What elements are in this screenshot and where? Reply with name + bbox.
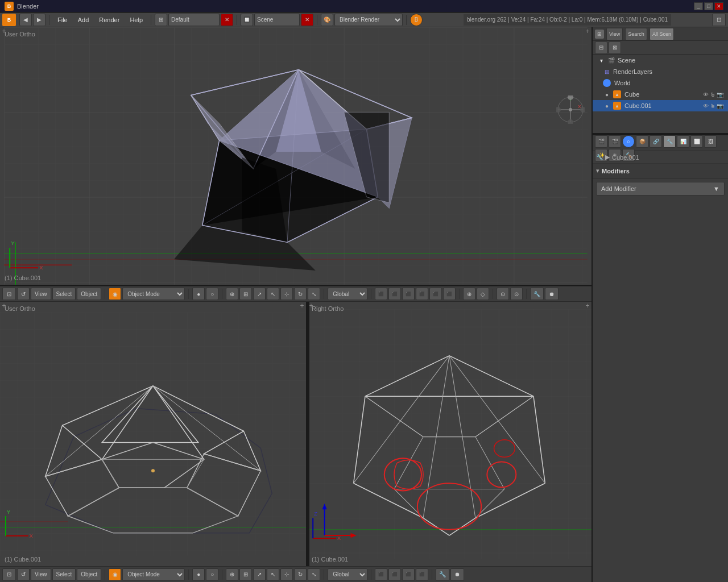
bt-g2[interactable]: ⬛ bbox=[388, 568, 401, 581]
window-menu-button[interactable]: ⊡ bbox=[712, 14, 726, 26]
bt-draw1[interactable]: ● bbox=[192, 568, 205, 581]
proportional-btn[interactable]: ⊙ bbox=[497, 288, 509, 300]
window-controls[interactable]: _ □ ✕ bbox=[694, 2, 723, 10]
outliner-item-renderlayers[interactable]: ⊞ RenderLayers bbox=[593, 66, 728, 77]
outliner-view-btn[interactable]: View bbox=[606, 28, 623, 40]
props-tab-texture[interactable]: 🖼 bbox=[704, 135, 717, 148]
cube001-render-icon[interactable]: 📷 bbox=[717, 103, 723, 109]
select-tool-btn[interactable]: ↖ bbox=[267, 288, 279, 300]
view-overlay-btn[interactable]: ⊕ bbox=[463, 288, 475, 300]
menu-file[interactable]: File bbox=[53, 14, 72, 26]
nav-back-button[interactable]: ◀ bbox=[19, 14, 32, 26]
maximize-button[interactable]: □ bbox=[704, 2, 713, 10]
props-tab-scene[interactable]: 🎬 bbox=[609, 135, 621, 148]
snap-btn[interactable]: 🔧 bbox=[530, 288, 544, 300]
bt-view-btn[interactable]: View bbox=[31, 568, 51, 581]
bt-draw2[interactable]: ○ bbox=[206, 568, 218, 581]
props-tab-modifier[interactable]: 🔧 bbox=[663, 135, 676, 148]
scene-icon[interactable]: 🔲 bbox=[241, 14, 253, 26]
viewport-bottom-right[interactable]: Right Ortho X Z bbox=[307, 302, 592, 566]
bt-space-select[interactable]: Global bbox=[328, 568, 367, 581]
rotate-tool-btn[interactable]: ↻ bbox=[294, 288, 307, 300]
outliner-item-cube[interactable]: ● ▲ Cube 👁 🖱 📷 bbox=[593, 89, 728, 100]
bt-mode-select[interactable]: Object Mode bbox=[122, 568, 185, 581]
viewport-bl-corner-tl[interactable]: + bbox=[0, 302, 8, 310]
grid-btn-2[interactable]: ⬛ bbox=[388, 288, 401, 300]
draw-mode-btn[interactable]: ● bbox=[192, 288, 205, 300]
viewport-br-corner-tl[interactable]: + bbox=[307, 302, 315, 310]
bt-move[interactable]: ⊹ bbox=[280, 568, 293, 581]
viewport-bottom-left[interactable]: User Ortho X Y bbox=[0, 302, 307, 566]
scene-close[interactable]: ✕ bbox=[301, 14, 313, 26]
view-rotate-btn[interactable]: ↺ bbox=[17, 288, 30, 300]
cube001-vis-dot[interactable]: ● bbox=[603, 102, 611, 110]
bt-scale[interactable]: ⤡ bbox=[308, 568, 320, 581]
viewport-top-corner-tr[interactable]: + bbox=[584, 27, 592, 35]
bt-g1[interactable]: ⬛ bbox=[375, 568, 387, 581]
workspace-selector[interactable] bbox=[168, 14, 220, 26]
bt-sel[interactable]: ↖ bbox=[267, 568, 279, 581]
manipulator-btn[interactable]: ⊕ bbox=[226, 288, 238, 300]
scale-tool-btn[interactable]: ⤡ bbox=[308, 288, 320, 300]
object-mode-select[interactable]: Object Mode bbox=[122, 288, 185, 300]
menu-add[interactable]: Add bbox=[73, 14, 94, 26]
outliner-allscenes-btn[interactable]: All Scen bbox=[650, 28, 674, 40]
cube001-hide-icon[interactable]: 👁 bbox=[703, 103, 709, 109]
bt-g3[interactable]: ⬛ bbox=[402, 568, 415, 581]
grid-btn-3[interactable]: ⬛ bbox=[402, 288, 415, 300]
props-tab-material[interactable]: ⬜ bbox=[690, 135, 703, 148]
bt-manip1[interactable]: ⊕ bbox=[226, 568, 238, 581]
scene-selector[interactable] bbox=[254, 14, 300, 26]
bt-manip2[interactable]: ⊞ bbox=[239, 568, 252, 581]
grid-btn-1[interactable]: ⬛ bbox=[375, 288, 387, 300]
outliner-item-scene[interactable]: ▾ 🎬 Scene bbox=[593, 55, 728, 66]
props-tab-object[interactable]: 📦 bbox=[636, 135, 648, 148]
viewport-top[interactable]: User Ortho X Y bbox=[0, 27, 592, 286]
cube-render-icon[interactable]: 📷 bbox=[717, 92, 723, 98]
menu-help[interactable]: Help bbox=[125, 14, 147, 26]
manipulator2-btn[interactable]: ⊞ bbox=[239, 288, 252, 300]
viewport-top-corner-tl[interactable]: + bbox=[0, 27, 8, 35]
grid-btn-6[interactable]: ⬛ bbox=[443, 288, 456, 300]
props-tab-constraint[interactable]: 🔗 bbox=[650, 135, 662, 148]
vertical-divider[interactable] bbox=[307, 302, 309, 566]
outliner-search-btn[interactable]: Search bbox=[625, 28, 647, 40]
bt-nav-btn[interactable]: ⊡ bbox=[2, 568, 16, 581]
bt-object-btn[interactable]: Object bbox=[77, 568, 101, 581]
cube-hide-icon[interactable]: 👁 bbox=[703, 92, 709, 98]
grid-btn-5[interactable]: ⬛ bbox=[429, 288, 442, 300]
menu-render[interactable]: Render bbox=[94, 14, 124, 26]
add-modifier-button[interactable]: Add Modifier ▼ bbox=[596, 182, 725, 196]
bt-g4[interactable]: ⬛ bbox=[416, 568, 428, 581]
object-menu-btn[interactable]: Object bbox=[77, 288, 101, 300]
cube-vis-dot[interactable]: ● bbox=[603, 90, 611, 98]
manipulator3-btn[interactable]: ↗ bbox=[253, 288, 266, 300]
bt-rec[interactable]: ⏺ bbox=[450, 568, 464, 581]
bt-select-btn[interactable]: Select bbox=[52, 568, 76, 581]
props-tab-world[interactable]: ○ bbox=[622, 135, 635, 148]
view-nav-btn[interactable]: ⊡ bbox=[2, 288, 16, 300]
move-tool-btn[interactable]: ⊹ bbox=[280, 288, 293, 300]
record-btn[interactable]: ⏺ bbox=[545, 288, 559, 300]
view-menu-btn[interactable]: View bbox=[31, 288, 51, 300]
props-tab-render[interactable]: 🎬 bbox=[595, 135, 607, 148]
bt-rot[interactable]: ↻ bbox=[294, 568, 307, 581]
close-button[interactable]: ✕ bbox=[714, 2, 723, 10]
outliner-item-world[interactable]: World bbox=[593, 77, 728, 89]
face-orient-btn[interactable]: ◇ bbox=[477, 288, 489, 300]
navigation-gizmo[interactable]: X Y bbox=[556, 95, 585, 124]
nav-fwd-button[interactable]: ▶ bbox=[33, 14, 46, 26]
draw-mode-btn2[interactable]: ○ bbox=[206, 288, 218, 300]
workspace-icon[interactable]: ⊞ bbox=[155, 14, 167, 26]
workspace-close[interactable]: ✕ bbox=[221, 14, 233, 26]
render-engine-select[interactable]: Blender Render bbox=[334, 14, 403, 26]
viewport-br-corner-tr[interactable]: + bbox=[584, 302, 592, 310]
bt-rotate-btn[interactable]: ↺ bbox=[17, 568, 30, 581]
viewport-bl-corner-tr[interactable]: + bbox=[298, 302, 306, 310]
grid-btn-4[interactable]: ⬛ bbox=[416, 288, 428, 300]
outliner-filter-btn[interactable]: ⊟ bbox=[595, 41, 607, 54]
minimize-button[interactable]: _ bbox=[694, 2, 703, 10]
outliner-item-cube001[interactable]: ● ▲ Cube.001 👁 🖱 📷 bbox=[593, 100, 728, 111]
transform-space-select[interactable]: Global bbox=[328, 288, 367, 300]
props-tab-data[interactable]: 📊 bbox=[677, 135, 689, 148]
